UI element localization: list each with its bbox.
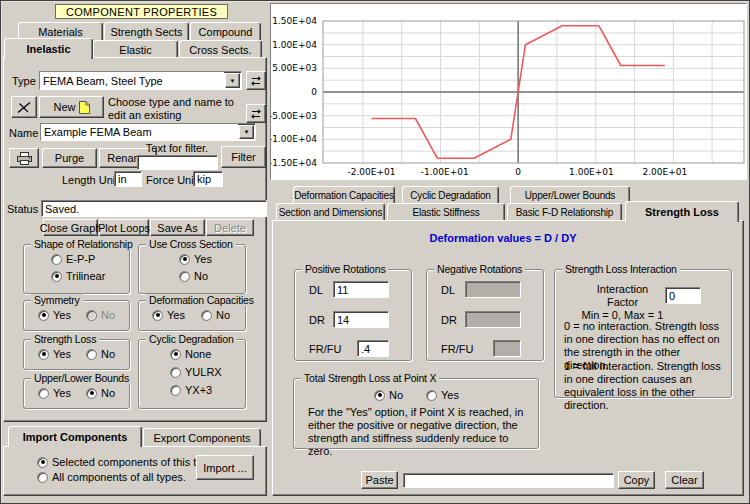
use-cross-section-title: Use Cross Section bbox=[146, 238, 236, 250]
radio-epp-label: E-P-P bbox=[66, 253, 95, 265]
interaction-factor-input[interactable] bbox=[665, 287, 701, 304]
clipboard-field[interactable] bbox=[403, 473, 614, 488]
tab-strength-loss-label: Strength Loss bbox=[645, 206, 719, 218]
plot-loops-button[interactable]: Plot Loops bbox=[99, 219, 149, 236]
radio-icon bbox=[152, 310, 163, 321]
radio-cyclic-none[interactable]: None bbox=[170, 348, 211, 360]
tab-upper-lower-bounds-label: Upper/Lower Bounds bbox=[525, 190, 615, 201]
shape-of-relationship-group: Shape of Relationship E-P-P Trilinear bbox=[23, 244, 130, 294]
upper-lower-bounds-group: Upper/Lower Bounds Yes No bbox=[23, 378, 130, 409]
new-button-label: New bbox=[53, 101, 75, 113]
copy-button[interactable]: Copy bbox=[618, 471, 655, 489]
radio-icon bbox=[86, 349, 97, 360]
refresh-name-list-button[interactable] bbox=[246, 104, 266, 123]
type-label: Type bbox=[12, 75, 36, 87]
tab-elastic-stiffness[interactable]: Elastic Stiffness bbox=[387, 203, 505, 221]
force-unit-label: Force Unit bbox=[146, 174, 197, 186]
page-title: COMPONENT PROPERTIES bbox=[55, 4, 228, 19]
tab-deformation-capacities[interactable]: Deformation Capacities bbox=[293, 186, 395, 203]
filter-button[interactable]: Filter bbox=[221, 146, 266, 168]
refresh-type-list-button[interactable] bbox=[246, 71, 266, 90]
svg-text:-1.00E+01: -1.00E+01 bbox=[421, 167, 469, 177]
tab-deformation-capacities-label: Deformation Capacities bbox=[294, 190, 394, 201]
paste-button[interactable]: Paste bbox=[361, 471, 398, 489]
svg-text:-1.00E+04: -1.00E+04 bbox=[271, 134, 317, 144]
radio-cyclic-yx3-label: YX+3 bbox=[185, 384, 212, 396]
radio-cyclic-none-label: None bbox=[185, 348, 211, 360]
radio-trilinear[interactable]: Trilinear bbox=[51, 270, 105, 282]
pos-dr-input[interactable] bbox=[333, 311, 389, 328]
tab-import-components-label: Import Components bbox=[23, 431, 128, 443]
length-unit-input[interactable] bbox=[114, 171, 142, 187]
radio-symmetry-no[interactable]: No bbox=[86, 309, 115, 321]
tab-strength-sects[interactable]: Strength Sects bbox=[104, 22, 189, 40]
tab-compound[interactable]: Compound bbox=[190, 22, 261, 40]
radio-strloss-no[interactable]: No bbox=[86, 348, 115, 360]
radio-import-all-label: All components of all types. bbox=[52, 471, 186, 483]
tab-cyclic-degradation[interactable]: Cyclic Degradation bbox=[402, 186, 499, 203]
tab-upper-lower-bounds[interactable]: Upper/Lower Bounds bbox=[510, 186, 630, 203]
radio-epp[interactable]: E-P-P bbox=[51, 253, 95, 265]
svg-text:-2.00E+01: -2.00E+01 bbox=[347, 167, 395, 177]
status-label: Status bbox=[7, 203, 38, 215]
type-combobox-input[interactable] bbox=[40, 72, 224, 89]
radio-import-selected[interactable]: Selected components of this type. bbox=[37, 456, 217, 468]
strength-loss-title: Strength Loss bbox=[31, 333, 99, 345]
force-unit-input[interactable] bbox=[193, 171, 223, 187]
print-button[interactable] bbox=[9, 148, 39, 168]
tab-export-components[interactable]: Export Components bbox=[143, 428, 261, 447]
purge-button[interactable]: Purge bbox=[42, 148, 97, 168]
svg-text:5.00E+03: 5.00E+03 bbox=[272, 63, 317, 73]
clear-button[interactable]: Clear bbox=[665, 471, 704, 489]
tab-section-and-dimensions[interactable]: Section and Dimensions bbox=[276, 203, 385, 221]
tab-cross-sects-label: Cross Sects. bbox=[189, 44, 251, 56]
type-combobox[interactable]: ▼ bbox=[39, 71, 242, 90]
radio-cyclic-yulrx-label: YULRX bbox=[185, 366, 222, 378]
radio-use-cs-yes[interactable]: Yes bbox=[179, 253, 212, 265]
type-combobox-arrow[interactable]: ▼ bbox=[225, 73, 240, 88]
radio-total-loss-no[interactable]: No bbox=[374, 389, 403, 401]
radio-cyclic-yulrx[interactable]: YULRX bbox=[170, 366, 222, 378]
delete-button[interactable]: Delete bbox=[206, 219, 254, 236]
svg-text:-5.00E+03: -5.00E+03 bbox=[271, 111, 317, 121]
radio-strloss-yes[interactable]: Yes bbox=[38, 348, 71, 360]
tab-inelastic[interactable]: Inelastic bbox=[4, 38, 93, 59]
positive-rotations-title: Positive Rotations bbox=[302, 263, 388, 275]
tab-basic-fd-relationship-label: Basic F-D Relationship bbox=[516, 207, 613, 218]
pos-frfu-input[interactable] bbox=[357, 340, 389, 357]
import-button[interactable]: Import ... bbox=[196, 455, 254, 480]
pos-dl-label: DL bbox=[309, 284, 323, 296]
name-combobox-input[interactable] bbox=[41, 124, 238, 140]
strength-loss-interaction-title: Strength Loss Interaction bbox=[562, 263, 680, 275]
radio-use-cs-no-label: No bbox=[194, 270, 208, 282]
save-as-button[interactable]: Save As bbox=[150, 219, 205, 236]
radio-bounds-yes[interactable]: Yes bbox=[38, 387, 71, 399]
interaction-factor-label: Interaction Factor bbox=[597, 283, 648, 308]
close-graph-button[interactable]: Close Graph bbox=[43, 219, 98, 236]
new-page-icon bbox=[79, 101, 90, 114]
plot-tool-button[interactable] bbox=[11, 96, 37, 118]
tab-import-components[interactable]: Import Components bbox=[8, 426, 142, 447]
pos-dl-input[interactable] bbox=[333, 281, 389, 298]
tab-basic-fd-relationship[interactable]: Basic F-D Relationship bbox=[507, 203, 622, 221]
tab-cross-sects[interactable]: Cross Sects. bbox=[179, 40, 262, 58]
radio-defcap-no[interactable]: No bbox=[201, 309, 230, 321]
radio-defcap-yes[interactable]: Yes bbox=[152, 309, 185, 321]
radio-import-all[interactable]: All components of all types. bbox=[37, 471, 186, 483]
radio-total-loss-yes[interactable]: Yes bbox=[426, 389, 459, 401]
tab-elastic[interactable]: Elastic bbox=[93, 40, 178, 58]
radio-icon bbox=[86, 310, 97, 321]
radio-use-cs-no[interactable]: No bbox=[179, 270, 208, 282]
filter-input[interactable] bbox=[137, 155, 218, 170]
radio-cyclic-yx3[interactable]: YX+3 bbox=[170, 384, 212, 396]
radio-bounds-yes-label: Yes bbox=[53, 387, 71, 399]
radio-bounds-no[interactable]: No bbox=[86, 387, 115, 399]
tab-strength-loss[interactable]: Strength Loss bbox=[625, 201, 739, 222]
name-combobox[interactable]: ▼ bbox=[40, 123, 256, 141]
radio-symmetry-yes[interactable]: Yes bbox=[38, 309, 71, 321]
filter-hint-label: Text for filter. bbox=[136, 142, 218, 154]
use-cross-section-group: Use Cross Section Yes No bbox=[138, 244, 246, 294]
new-component-button[interactable]: New bbox=[39, 96, 104, 118]
radio-icon bbox=[179, 254, 190, 265]
name-combobox-arrow[interactable]: ▼ bbox=[239, 125, 254, 139]
